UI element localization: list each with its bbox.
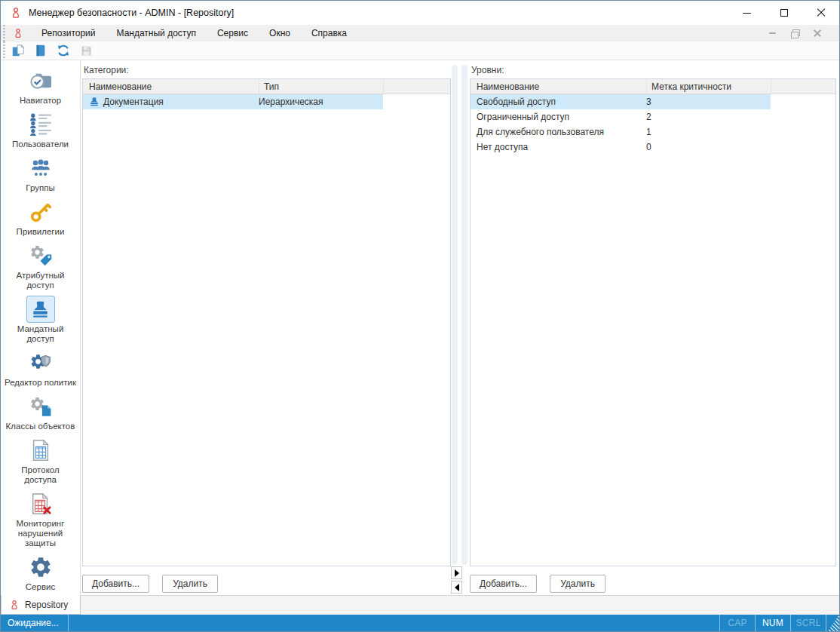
refresh-icon <box>57 44 70 57</box>
splitter-expand-right-button[interactable] <box>451 566 462 579</box>
sidebar-item-service[interactable]: Сервис <box>5 554 77 592</box>
toolbar-refresh-button[interactable] <box>54 42 73 59</box>
toolbar-new-button[interactable] <box>8 42 28 59</box>
level-row[interactable]: Для служебного пользователя 1 <box>471 124 835 140</box>
sidebar-item-label: Мандатный доступ <box>5 324 77 344</box>
status-message: Ожидание... <box>1 618 68 628</box>
menu-item-window[interactable]: Окно <box>259 26 301 41</box>
mdi-restore-icon <box>791 29 799 37</box>
groups-icon <box>29 157 53 179</box>
users-list-icon <box>29 113 52 136</box>
menu-item-mandatory-access[interactable]: Мандатный доступ <box>106 26 207 41</box>
level-row[interactable]: Нет доступа 0 <box>471 140 835 155</box>
levels-list-header: Наименование Метка критичности <box>471 79 835 94</box>
gear-page-icon <box>29 394 53 419</box>
sidebar-item-privileges[interactable]: Привилегии <box>5 198 77 237</box>
sidebar-item-navigator[interactable]: Навигатор <box>5 67 77 106</box>
key-icon <box>29 201 52 223</box>
sidebar-item-label: Навигатор <box>5 96 77 106</box>
arrow-right-icon <box>455 569 459 577</box>
menubar-grip[interactable] <box>2 25 6 41</box>
splitter-track[interactable] <box>461 65 468 565</box>
title-bar: Менеджер безопасности - ADMIN - [Reposit… <box>1 1 839 25</box>
categories-delete-button[interactable]: Удалить <box>162 575 218 593</box>
sidebar-item-object-classes[interactable]: Классы объектов <box>5 393 77 431</box>
column-header-empty <box>771 79 835 94</box>
levels-list-empty-area[interactable] <box>471 155 835 566</box>
sidebar-item-label: Привилегии <box>5 227 77 237</box>
mdi-close-button[interactable] <box>812 28 823 38</box>
sidebar-item-label: Редактор политик <box>5 378 77 388</box>
new-document-icon <box>11 44 25 57</box>
column-header-criticality[interactable]: Метка критичности <box>646 79 771 94</box>
sidebar: Навигатор Пользователи <box>1 60 81 595</box>
stamp-icon <box>89 97 100 107</box>
table-document-icon <box>29 439 52 462</box>
window-title: Менеджер безопасности - ADMIN - [Reposit… <box>29 8 234 18</box>
open-repository-icon <box>34 44 48 57</box>
levels-list: Наименование Метка критичности Свободный… <box>470 78 836 566</box>
toolbar-open-button[interactable] <box>31 42 51 59</box>
level-criticality: 3 <box>646 94 771 109</box>
maximize-icon <box>780 9 788 17</box>
column-header-name[interactable]: Наименование <box>471 79 646 94</box>
level-criticality: 1 <box>646 124 771 140</box>
category-row[interactable]: Документация Иерархическая <box>83 94 450 109</box>
minimize-button[interactable] <box>728 1 765 25</box>
mdi-window-controls <box>767 28 839 38</box>
level-row[interactable]: Ограниченный доступ 2 <box>471 109 835 124</box>
mdi-close-icon <box>814 29 821 37</box>
menu-item-service[interactable]: Сервис <box>207 26 259 41</box>
level-criticality: 0 <box>646 140 771 155</box>
categories-scrollbar[interactable] <box>452 65 458 565</box>
column-header-type[interactable]: Тип <box>259 79 383 94</box>
scroll-lock-indicator: SCRL <box>791 618 826 628</box>
toolbar-grip[interactable] <box>2 41 6 60</box>
num-lock-indicator: NUM <box>756 618 790 628</box>
menu-red-person-icon <box>13 28 23 38</box>
menu-item-help[interactable]: Справка <box>301 26 357 41</box>
categories-add-button[interactable]: Добавить... <box>82 575 149 593</box>
sidebar-item-label: Мониторинг нарушений защиты <box>5 519 77 548</box>
table-document-error-icon <box>29 492 52 515</box>
level-row[interactable]: Свободный доступ 3 <box>471 94 835 109</box>
save-icon <box>80 44 93 57</box>
maximize-button[interactable] <box>765 1 802 25</box>
sidebar-item-attribute-access[interactable]: Атрибутный доступ <box>5 242 77 290</box>
level-criticality: 2 <box>646 109 771 124</box>
levels-buttons: Добавить... Удалить <box>470 566 836 595</box>
level-name: Ограниченный доступ <box>471 109 646 124</box>
levels-panel: Уровни: Наименование Метка критичности С… <box>470 63 839 595</box>
level-name: Для служебного пользователя <box>471 124 646 140</box>
close-button[interactable] <box>802 1 839 25</box>
splitter-expand-left-button[interactable] <box>451 581 462 594</box>
sidebar-item-mandatory-access[interactable]: Мандатный доступ <box>5 296 77 344</box>
tab-repository[interactable]: Repository <box>1 595 81 615</box>
sidebar-item-access-log[interactable]: Протокол доступа <box>5 437 77 485</box>
navigator-icon <box>28 69 53 93</box>
gear-icon <box>29 555 53 579</box>
sidebar-item-label: Группы <box>5 183 77 193</box>
arrow-left-icon <box>455 584 459 591</box>
main-area: Навигатор Пользователи <box>1 60 839 595</box>
gear-shield-icon <box>29 351 53 375</box>
categories-list-empty-area[interactable] <box>83 109 450 566</box>
sidebar-item-groups[interactable]: Группы <box>5 155 77 193</box>
levels-delete-button[interactable]: Удалить <box>550 575 605 593</box>
toolbar <box>1 41 839 60</box>
toolbar-save-button[interactable] <box>76 42 96 59</box>
mdi-minimize-button[interactable] <box>767 28 777 38</box>
mdi-restore-button[interactable] <box>789 28 800 38</box>
status-divider <box>826 615 826 631</box>
panel-splitter <box>451 63 470 595</box>
sidebar-item-label: Классы объектов <box>5 422 77 431</box>
column-header-name[interactable]: Наименование <box>83 79 259 94</box>
sidebar-item-policy-editor[interactable]: Редактор политик <box>5 349 77 388</box>
categories-panel: Категории: Наименование Тип Документация… <box>81 63 451 595</box>
sidebar-item-users[interactable]: Пользователи <box>5 111 77 149</box>
status-divider <box>68 615 69 631</box>
menu-item-repository[interactable]: Репозиторий <box>31 26 106 41</box>
resize-grip[interactable] <box>828 615 839 631</box>
sidebar-item-violation-monitoring[interactable]: Мониторинг нарушений защиты <box>5 490 77 548</box>
levels-add-button[interactable]: Добавить... <box>470 575 537 593</box>
